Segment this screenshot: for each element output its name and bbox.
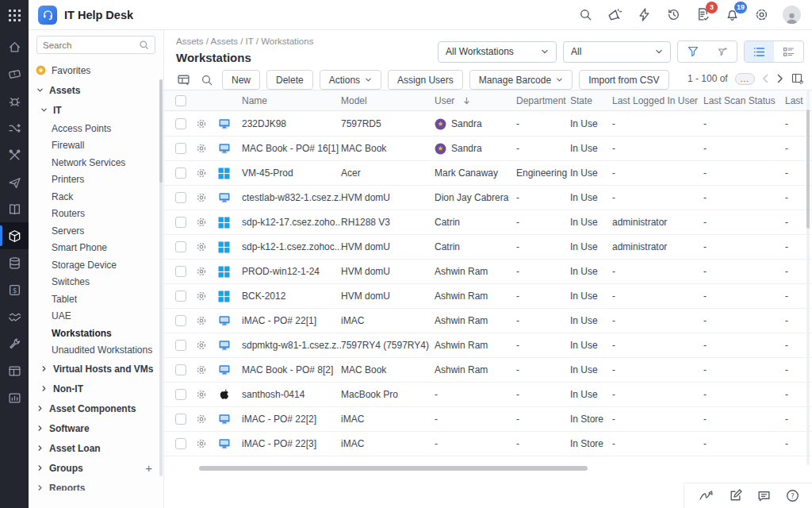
problems-icon[interactable]	[0, 87, 29, 114]
list-search-icon[interactable]	[198, 71, 216, 89]
sidebar-item-network-services[interactable]: Network Services	[29, 154, 163, 171]
projects-icon[interactable]	[0, 141, 29, 168]
sidebar-item-routers[interactable]: Routers	[29, 206, 163, 223]
advanced-filter-button[interactable]	[707, 41, 737, 62]
table-row[interactable]: ctestlab-w832-1.csez.z...HVM domUDion Ja…	[164, 186, 812, 210]
table-row[interactable]: iMAC - PO# 22[1]iMACAshwin Ram-In Use---	[164, 309, 812, 333]
column-header-model[interactable]: Model	[341, 95, 435, 106]
actions-button[interactable]: Actions	[320, 70, 381, 90]
table-horizontal-scrollbar[interactable]	[199, 466, 588, 471]
sidebar-item-firewall[interactable]: Firewall	[29, 137, 163, 155]
help-icon[interactable]: ?	[786, 489, 799, 502]
select-all-checkbox[interactable]	[175, 95, 186, 106]
sidebar-item-storage-device[interactable]: Storage Device	[29, 256, 163, 274]
table-row[interactable]: sdp-k12-1.csez.zohoc...HVM domUCatrin-In…	[164, 235, 812, 260]
zia-icon[interactable]	[699, 490, 714, 502]
column-header-name[interactable]: Name	[242, 95, 341, 106]
list-view-button[interactable]	[745, 41, 774, 62]
row-checkbox[interactable]	[175, 143, 186, 154]
row-settings-button[interactable]	[196, 143, 218, 154]
row-settings-button[interactable]	[196, 414, 218, 425]
reports-icon[interactable]	[0, 384, 29, 411]
notifications-icon[interactable]: 19	[724, 7, 740, 23]
row-settings-button[interactable]	[196, 241, 218, 252]
home-icon[interactable]	[0, 33, 29, 60]
row-settings-button[interactable]	[196, 217, 218, 228]
settings-gear-icon[interactable]	[753, 7, 769, 23]
row-checkbox[interactable]	[175, 291, 186, 302]
cmdb-icon[interactable]	[0, 249, 29, 276]
row-checkbox[interactable]	[175, 118, 186, 129]
row-settings-button[interactable]	[196, 340, 218, 351]
announcements-icon[interactable]	[607, 7, 622, 23]
column-header-state[interactable]: State	[570, 95, 612, 106]
column-header-department[interactable]: Department	[516, 95, 570, 106]
table-row[interactable]: iMAC - PO# 22[2]iMAC--In Store---	[164, 407, 812, 432]
sidebar-item-servers[interactable]: Servers	[29, 222, 163, 240]
sidebar-item-uae[interactable]: UAE	[29, 308, 163, 325]
sidebar-item-reports[interactable]: Reports	[29, 478, 163, 491]
row-settings-button[interactable]	[196, 192, 218, 203]
row-checkbox[interactable]	[175, 414, 186, 425]
previous-page-icon[interactable]	[762, 74, 769, 83]
releases-icon[interactable]	[0, 168, 29, 195]
table-customize-icon[interactable]	[174, 71, 192, 89]
contracts-icon[interactable]	[0, 303, 29, 330]
pagination-more-button[interactable]: ...	[735, 73, 755, 85]
row-settings-button[interactable]	[196, 266, 218, 277]
sidebar-item-printers[interactable]: Printers	[29, 171, 163, 189]
next-page-icon[interactable]	[776, 74, 783, 83]
manage-barcode-button[interactable]: Manage Barcode	[469, 70, 573, 90]
row-settings-button[interactable]	[196, 118, 218, 129]
history-icon[interactable]	[665, 7, 681, 23]
sidebar-item-access-points[interactable]: Access Points	[29, 120, 163, 137]
table-row[interactable]: PROD-win12-1-24HVM domUAshwin Ram-In Use…	[164, 260, 812, 284]
sidebar-search[interactable]	[36, 36, 155, 54]
row-checkbox[interactable]	[175, 241, 186, 252]
filter-button[interactable]	[678, 41, 707, 62]
table-row[interactable]: VM-45-ProdAcerMark CanawayEngineeringIn …	[164, 161, 812, 186]
sidebar-item-groups[interactable]: Groups+	[29, 458, 163, 478]
sidebar-item-asset-loan[interactable]: Asset Loan	[29, 438, 163, 458]
column-settings-icon[interactable]	[791, 72, 804, 85]
global-search-icon[interactable]	[577, 7, 593, 23]
row-checkbox[interactable]	[175, 192, 186, 203]
row-checkbox[interactable]	[175, 167, 186, 179]
row-checkbox[interactable]	[175, 389, 186, 400]
requests-icon[interactable]	[0, 60, 29, 87]
table-row[interactable]: santhosh-0414MacBook Pro--In Use---	[164, 383, 812, 407]
table-row[interactable]: MAC Book - PO# 16[1]MAC BookSandra-In Us…	[164, 137, 812, 161]
app-launcher-icon[interactable]	[9, 6, 21, 25]
type-filter-select[interactable]: All	[563, 41, 671, 63]
table-row[interactable]: sdp-k12-17.csez.zoho...RH1288 V3Catrin-I…	[164, 210, 812, 235]
new-button[interactable]: New	[222, 70, 260, 90]
sidebar-item-workstations[interactable]: Workstations	[29, 325, 163, 342]
dashboards-icon[interactable]	[0, 357, 29, 384]
approvals-icon[interactable]: 3	[695, 7, 710, 23]
admin-icon[interactable]	[0, 330, 29, 357]
sidebar-search-input[interactable]	[43, 40, 139, 50]
table-row[interactable]: iMAC - PO# 22[3]iMAC--In Store---	[164, 432, 812, 456]
table-row[interactable]: sdpmktg-w81-1.csez.z...7597RY4 (7597RY4)…	[164, 333, 812, 358]
sidebar-scrollbar[interactable]	[159, 79, 163, 183]
feedback-icon[interactable]	[729, 489, 742, 502]
purchases-icon[interactable]: $	[0, 276, 29, 303]
sidebar-item-rack[interactable]: Rack	[29, 188, 163, 206]
row-checkbox[interactable]	[175, 340, 186, 351]
row-settings-button[interactable]	[196, 291, 218, 302]
sidebar-item-assets[interactable]: Assets	[29, 80, 163, 100]
row-checkbox[interactable]	[175, 266, 186, 277]
table-row[interactable]: 232DJK987597RD5Sandra-In Use---	[164, 112, 812, 137]
row-settings-button[interactable]	[196, 389, 218, 400]
row-settings-button[interactable]	[196, 315, 218, 326]
column-header-last-scan-status[interactable]: Last Scan Status	[703, 95, 785, 106]
row-settings-button[interactable]	[196, 364, 218, 375]
assets-icon[interactable]	[0, 222, 29, 249]
sidebar-item-unaudited-workstations[interactable]: Unaudited Workstations	[29, 342, 163, 360]
import-from-csv-button[interactable]: Import from CSV	[579, 70, 668, 90]
column-header-last-logged-in-user[interactable]: Last Logged In User	[612, 95, 703, 106]
sidebar-item-non-it[interactable]: Non-IT	[29, 379, 163, 398]
card-view-button[interactable]	[774, 41, 803, 62]
sidebar-item-software[interactable]: Software	[29, 418, 163, 438]
sidebar-item-asset-components[interactable]: Asset Components	[29, 398, 163, 418]
